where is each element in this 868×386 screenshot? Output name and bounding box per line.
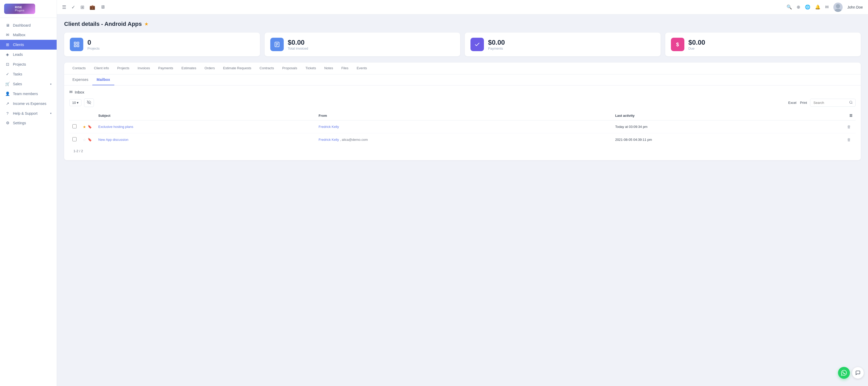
tab-estimate-requests[interactable]: Estimate Requests (219, 63, 255, 74)
sidebar-item-mailbox[interactable]: ✉ Mailbox (0, 30, 57, 40)
stat-value-projects: 0 (87, 38, 100, 46)
mailbox-icon: ✉ (5, 33, 10, 37)
sidebar-item-income-expenses[interactable]: ↗ Income vs Expenses (0, 99, 57, 108)
row-subject-cell: New App discussion (95, 133, 315, 146)
tab-files[interactable]: Files (337, 63, 352, 74)
sidebar-item-team-members[interactable]: 👤 Team members (0, 89, 57, 99)
delete-email-button[interactable]: 🗑 (845, 136, 852, 143)
stats-row: 0 Projects $0.00 Total invoiced $0.00 (64, 33, 861, 56)
inbox-section: ✉ Inbox 10 ▾ Excel (64, 85, 861, 160)
whatsapp-fab-button[interactable] (838, 367, 850, 379)
sidebar-item-label: Leads (13, 52, 23, 57)
email-last-activity: 2021-08-05 04:39:11 pm (615, 138, 652, 142)
email-from-name[interactable]: Fredrick Kelly (319, 138, 339, 142)
sidebar: RISEPlugins 🖥 Dashboard ✉ Mailbox ⊞ Clie… (0, 0, 57, 386)
settings-icon: ⚙ (5, 121, 10, 125)
content-area: Client details - Android Apps ★ 0 Projec… (57, 14, 868, 386)
star-icon[interactable]: ★ (83, 125, 86, 129)
bell-icon[interactable]: 🔔 (815, 4, 820, 10)
sidebar-item-dashboard[interactable]: 🖥 Dashboard (0, 21, 57, 30)
bookmark-icon[interactable]: 🔖 (88, 125, 92, 129)
row-checkbox[interactable] (72, 124, 76, 129)
sidebar-item-sales[interactable]: 🛒 Sales ▾ (0, 79, 57, 89)
sidebar-item-label: Clients (13, 43, 24, 47)
sales-icon: 🛒 (5, 82, 10, 86)
tab-projects[interactable]: Projects (113, 63, 133, 74)
grid-icon[interactable]: ⊞ (81, 4, 84, 10)
stat-value-due: $0.00 (688, 38, 705, 46)
row-from-cell: Fredrick Kelly , alica@demo.com (315, 133, 612, 146)
tab-invoices[interactable]: Invoices (133, 63, 154, 74)
svg-rect-2 (74, 42, 76, 44)
logo: RISEPlugins (4, 4, 35, 14)
sidebar-item-settings[interactable]: ⚙ Settings (0, 118, 57, 128)
sidebar-item-label: Help & Support (13, 111, 37, 115)
tab-mailbox[interactable]: Mailbox (92, 74, 114, 85)
check-circle-icon[interactable]: ✓ (71, 4, 75, 10)
stat-card-payments: $0.00 Payments (465, 33, 660, 56)
tasks-icon: ✓ (5, 72, 10, 76)
tab-client-info[interactable]: Client info (90, 63, 113, 74)
tab-expenses[interactable]: Expenses (68, 74, 92, 85)
tab-contracts[interactable]: Contracts (255, 63, 278, 74)
monitor-icon[interactable]: 🖥 (100, 4, 105, 10)
export-print-button[interactable]: Print (800, 100, 807, 106)
sidebar-item-tasks[interactable]: ✓ Tasks (0, 69, 57, 79)
favorite-star-icon[interactable]: ★ (144, 21, 149, 27)
plus-circle-icon[interactable]: ⊕ (797, 4, 800, 10)
row-checkbox-cell (69, 120, 80, 133)
chevron-down-icon: ▾ (50, 83, 52, 85)
row-checkbox[interactable] (72, 137, 76, 141)
bookmark-icon[interactable]: 🔖 (88, 138, 92, 142)
sidebar-item-help-support[interactable]: ? Help & Support ▾ (0, 108, 57, 118)
search-icon[interactable]: 🔍 (786, 4, 792, 10)
email-subject-link[interactable]: Exclusive hosting plans (98, 125, 133, 129)
topbar-right: 🔍 ⊕ 🌐 🔔 ✉ John Doe (786, 3, 863, 12)
th-subject: Subject (95, 111, 315, 120)
stat-value-payments: $0.00 (488, 38, 505, 46)
briefcase-icon[interactable]: 💼 (90, 4, 95, 10)
tab-tickets[interactable]: Tickets (301, 63, 320, 74)
search-input[interactable] (810, 99, 846, 106)
row-delete-cell: 🗑 (842, 120, 856, 133)
tab-events[interactable]: Events (352, 63, 371, 74)
export-excel-button[interactable]: Excel (787, 100, 797, 106)
rows-per-page-select[interactable]: 10 ▾ (69, 99, 82, 106)
payments-stat-icon (470, 38, 484, 51)
email-subject-link[interactable]: New App discussion (98, 138, 128, 142)
sidebar-item-label: Sales (13, 82, 22, 86)
search-submit-button[interactable] (846, 99, 855, 106)
column-menu-icon[interactable]: ☰ (849, 114, 852, 117)
tab-notes[interactable]: Notes (320, 63, 337, 74)
globe-icon[interactable]: 🌐 (805, 4, 810, 10)
inbox-controls: 10 ▾ Excel Print (69, 99, 856, 107)
sidebar-item-clients[interactable]: ⊞ Clients (0, 40, 57, 49)
email-from-name[interactable]: Fredrick Kelly (319, 125, 339, 129)
sidebar-item-leads[interactable]: ◈ Leads (0, 49, 57, 60)
mail-icon[interactable]: ✉ (825, 4, 829, 10)
clients-icon: ⊞ (5, 42, 10, 47)
tab-contacts[interactable]: Contacts (68, 63, 90, 74)
tabs-section: Contacts Client info Projects Invoices P… (64, 63, 861, 160)
star-icon[interactable]: ☆ (83, 138, 86, 142)
sidebar-item-label: Mailbox (13, 33, 25, 37)
topbar-nav-icons: ☰ ✓ ⊞ 💼 🖥 (62, 4, 105, 10)
sidebar-item-label: Dashboard (13, 23, 31, 27)
projects-icon: ⊡ (5, 62, 10, 67)
avatar (833, 3, 843, 12)
tab-payments[interactable]: Payments (154, 63, 178, 74)
tab-estimates[interactable]: Estimates (178, 63, 200, 74)
chat-fab-button[interactable] (852, 367, 864, 379)
leads-icon: ◈ (5, 52, 10, 57)
sidebar-logo: RISEPlugins (0, 0, 57, 18)
tab-proposals[interactable]: Proposals (278, 63, 301, 74)
sidebar-item-label: Income vs Expenses (13, 102, 46, 106)
menu-icon[interactable]: ☰ (62, 4, 66, 10)
stat-info-payments: $0.00 Payments (488, 38, 505, 50)
visibility-toggle-button[interactable] (84, 99, 94, 107)
delete-email-button[interactable]: 🗑 (845, 124, 852, 130)
tab-orders[interactable]: Orders (200, 63, 219, 74)
sidebar-item-label: Team members (13, 92, 38, 96)
dashboard-icon: 🖥 (5, 23, 10, 27)
sidebar-item-projects[interactable]: ⊡ Projects (0, 60, 57, 69)
